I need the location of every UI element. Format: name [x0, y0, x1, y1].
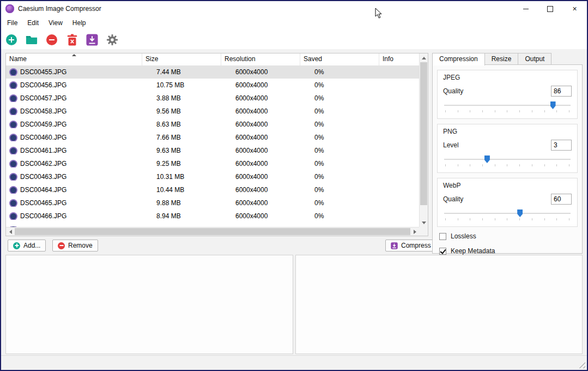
status-bar: [1, 355, 587, 370]
png-level-slider[interactable]: [444, 154, 571, 167]
keep-metadata-checkbox[interactable]: Keep Metadata: [439, 247, 577, 255]
add-folder-button[interactable]: [26, 34, 38, 46]
image-file-icon: [10, 187, 16, 193]
webp-slider-handle[interactable]: [517, 210, 523, 217]
jpeg-quality-spinbox[interactable]: 86: [551, 86, 572, 97]
mouse-cursor: [375, 8, 382, 19]
image-file-icon: [10, 122, 16, 128]
settings-button[interactable]: [106, 34, 118, 46]
compression-tab-content: JPEG Quality 86 PNG Level 3: [432, 64, 583, 254]
table-row[interactable]: DSC00457.JPG 3.88 MB 6000x4000 0%: [6, 92, 419, 105]
sort-ascending-icon: [72, 54, 76, 56]
cell-saved: 0%: [300, 68, 379, 76]
cell-name: DSC00457.JPG: [6, 94, 142, 102]
cell-size: 10.44 MB: [142, 186, 221, 194]
tab-output[interactable]: Output: [518, 53, 551, 65]
table-row[interactable]: DSC00465.JPG 9.88 MB 6000x4000 0%: [6, 196, 419, 210]
lossless-checkbox[interactable]: Lossless: [439, 232, 577, 240]
maximize-icon: [547, 6, 553, 12]
png-level-spinbox[interactable]: 3: [551, 140, 572, 151]
cell-size: 9.56 MB: [142, 107, 221, 115]
menu-help[interactable]: Help: [68, 16, 91, 30]
horizontal-scroll-thumb[interactable]: [15, 228, 410, 235]
compress-toolbar-button[interactable]: [86, 34, 98, 46]
minimize-button[interactable]: [513, 1, 538, 16]
scroll-down-button[interactable]: [420, 218, 428, 227]
table-row[interactable]: DSC00458.JPG 9.56 MB 6000x4000 0%: [6, 105, 419, 118]
minimize-icon: [523, 9, 529, 9]
table-row[interactable]: DSC00466.JPG 8.94 MB 6000x4000 0%: [6, 210, 419, 223]
column-header-saved[interactable]: Saved: [300, 53, 379, 65]
webp-quality-label: Quality: [443, 195, 463, 203]
close-button[interactable]: ×: [562, 1, 587, 16]
cell-resolution: 6000x4000: [221, 68, 300, 76]
cell-resolution: 6000x4000: [221, 147, 300, 154]
add-button[interactable]: Add...: [8, 240, 46, 252]
table-row[interactable]: DSC00462.JPG 9.25 MB 6000x4000 0%: [6, 157, 419, 170]
table-row[interactable]: DSC00455.JPG 7.44 MB 6000x4000 0%: [6, 65, 419, 79]
slider-ticks: [445, 110, 569, 113]
add-files-icon: [6, 34, 17, 45]
table-row[interactable]: DSC00461.JPG 9.63 MB 6000x4000 0%: [6, 144, 419, 157]
table-header: Name Size Resolution Saved Info: [6, 53, 419, 66]
table-row[interactable]: [6, 223, 419, 227]
cell-saved: 0%: [300, 212, 379, 220]
jpeg-quality-slider[interactable]: [444, 100, 571, 113]
table-row[interactable]: DSC00463.JPG 10.31 MB 6000x4000 0%: [6, 170, 419, 183]
webp-quality-slider[interactable]: [444, 208, 571, 222]
file-table-body: DSC00455.JPG 7.44 MB 6000x4000 0% DSC004…: [6, 65, 419, 227]
cell-name: DSC00461.JPG: [6, 147, 142, 154]
cell-saved: 0%: [300, 81, 379, 89]
clear-list-button[interactable]: [66, 34, 78, 46]
horizontal-scrollbar[interactable]: [6, 227, 419, 236]
vertical-scrollbar[interactable]: [419, 53, 428, 227]
webp-group: WebP Quality 60: [437, 178, 578, 227]
compress-button-icon: [391, 242, 398, 249]
cell-saved: 0%: [300, 121, 379, 128]
table-row[interactable]: DSC00460.JPG 7.66 MB 6000x4000 0%: [6, 131, 419, 144]
png-slider-handle[interactable]: [484, 155, 490, 163]
scroll-left-button[interactable]: [6, 228, 15, 236]
menu-view[interactable]: View: [44, 16, 68, 30]
cell-resolution: 6000x4000: [221, 94, 300, 102]
jpeg-quality-label: Quality: [443, 87, 463, 95]
add-files-button[interactable]: [5, 34, 17, 46]
table-row[interactable]: DSC00456.JPG 10.75 MB 6000x4000 0%: [6, 79, 419, 92]
image-file-icon: [10, 82, 16, 88]
add-button-label: Add...: [23, 242, 40, 249]
jpeg-slider-handle[interactable]: [550, 101, 556, 109]
lossless-checkbox-box[interactable]: [439, 233, 446, 240]
maximize-button[interactable]: [538, 1, 562, 16]
scrollbar-corner: [419, 227, 428, 236]
keep-metadata-checkbox-box[interactable]: [439, 248, 446, 255]
remove-icon: [58, 242, 65, 249]
vertical-scroll-thumb[interactable]: [420, 62, 427, 205]
image-file-icon: [10, 69, 16, 75]
scroll-right-button[interactable]: [410, 228, 419, 236]
png-group-title: PNG: [443, 128, 572, 135]
menu-file[interactable]: File: [2, 16, 22, 30]
image-file-icon: [10, 135, 16, 141]
panel-tabs: Compression Resize Output: [432, 53, 583, 65]
tab-compression[interactable]: Compression: [432, 53, 485, 65]
column-header-size[interactable]: Size: [142, 53, 221, 65]
cell-name: DSC00463.JPG: [6, 173, 142, 181]
lossless-checkbox-label: Lossless: [451, 232, 476, 240]
image-file-icon: [10, 200, 16, 206]
scroll-up-button[interactable]: [420, 53, 428, 62]
tab-resize[interactable]: Resize: [484, 53, 519, 65]
remove-file-button[interactable]: [46, 34, 58, 46]
column-header-resolution[interactable]: Resolution: [221, 53, 300, 65]
menu-edit[interactable]: Edit: [22, 16, 44, 30]
table-row[interactable]: DSC00464.JPG 10.44 MB 6000x4000 0%: [6, 183, 419, 196]
compress-button[interactable]: Compress: [385, 240, 437, 252]
remove-button[interactable]: Remove: [52, 240, 98, 252]
cell-name: DSC00464.JPG: [6, 186, 142, 194]
webp-quality-spinbox[interactable]: 60: [551, 194, 572, 205]
app-window: Caesium Image Compressor × File Edit Vie…: [0, 0, 588, 371]
column-header-info[interactable]: Info: [379, 53, 419, 65]
resize-grip-icon[interactable]: [579, 362, 585, 368]
cell-resolution: 6000x4000: [221, 199, 300, 207]
compress-button-label: Compress: [401, 242, 431, 249]
table-row[interactable]: DSC00459.JPG 8.63 MB 6000x4000 0%: [6, 118, 419, 131]
